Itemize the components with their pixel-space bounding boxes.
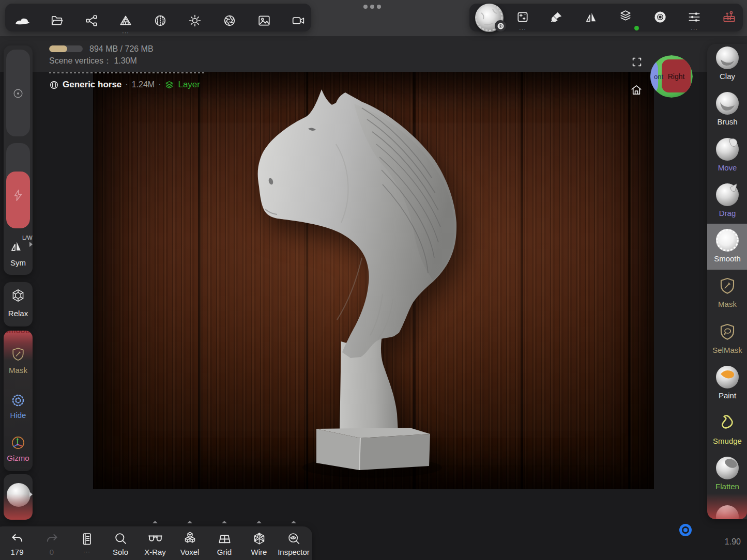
grid-icon[interactable] bbox=[217, 532, 232, 546]
tool-drag-label[interactable]: Drag bbox=[719, 209, 736, 217]
tool-move-label[interactable]: Move bbox=[718, 163, 737, 172]
interface-sliders-icon[interactable] bbox=[687, 10, 702, 24]
grid-label[interactable]: Grid bbox=[217, 548, 232, 556]
camera-icon[interactable] bbox=[291, 13, 306, 28]
mask-shield-icon[interactable] bbox=[11, 347, 25, 363]
brush-gear-badge-icon[interactable] bbox=[495, 20, 506, 32]
object-list-separator bbox=[49, 72, 204, 73]
object-vertex-count: 1.24M bbox=[132, 80, 155, 89]
voxel-caret[interactable] bbox=[187, 521, 192, 523]
relax-shortcut[interactable]: Relax bbox=[4, 282, 33, 326]
sym-expand-arrow[interactable] bbox=[29, 242, 33, 247]
sliders-more-indicator: ··· bbox=[687, 26, 702, 32]
tool-drag[interactable] bbox=[716, 183, 739, 206]
sculpt-viewport[interactable] bbox=[93, 72, 654, 489]
tool-clay[interactable] bbox=[716, 46, 739, 69]
tool-flatten-label[interactable]: Flatten bbox=[715, 482, 739, 491]
xray-caret[interactable] bbox=[153, 521, 158, 523]
inspector-caret[interactable] bbox=[291, 521, 296, 523]
layer-icon bbox=[164, 80, 174, 90]
xray-label[interactable]: X-Ray bbox=[144, 548, 166, 556]
brush-preview-sphere-button[interactable] bbox=[475, 4, 504, 32]
undo-count: 179 bbox=[10, 548, 23, 556]
left-slider-panel: L/W Sym bbox=[4, 45, 33, 275]
tool-smudge-label[interactable]: Smudge bbox=[713, 437, 742, 445]
painting-brush-icon[interactable] bbox=[550, 10, 564, 24]
grid-caret[interactable] bbox=[222, 521, 227, 523]
wireframe-hexagon-icon[interactable] bbox=[252, 531, 266, 546]
voxel-cubes-icon[interactable] bbox=[182, 531, 197, 546]
zoom-level-display: 1.90 bbox=[716, 537, 741, 547]
gizmo-shortcut-label: Gizmo bbox=[7, 454, 29, 462]
undo-icon[interactable] bbox=[10, 532, 24, 547]
solo-label[interactable]: Solo bbox=[113, 548, 128, 556]
orientation-nav-sphere[interactable]: ont Right bbox=[650, 55, 693, 98]
scene-vertices-label: Scene vertices： bbox=[49, 56, 112, 65]
settings-gear-icon[interactable] bbox=[653, 10, 667, 24]
tool-brush-label[interactable]: Brush bbox=[717, 117, 737, 126]
tool-brush[interactable] bbox=[716, 92, 739, 115]
meta-sep: · bbox=[125, 80, 128, 89]
tool-smooth-label[interactable]: Smooth bbox=[714, 254, 741, 263]
redo-count: 0 bbox=[50, 548, 54, 556]
radius-slider[interactable] bbox=[6, 50, 30, 136]
stroke-settings-icon[interactable] bbox=[515, 10, 530, 24]
tool-smudge[interactable] bbox=[718, 412, 737, 432]
redo-icon[interactable] bbox=[44, 532, 59, 547]
tool-paint-label[interactable]: Paint bbox=[719, 391, 736, 400]
tool-paint[interactable] bbox=[716, 366, 739, 388]
wire-label[interactable]: Wire bbox=[251, 548, 267, 556]
postprocess-aperture-icon[interactable] bbox=[222, 13, 237, 28]
scene-graph-icon[interactable] bbox=[84, 13, 99, 28]
lightning-bolt-icon bbox=[12, 189, 24, 202]
material-expand-arrow[interactable] bbox=[29, 492, 33, 497]
smooth-shortcut-clipped[interactable]: Smooth bbox=[4, 331, 33, 335]
layers-icon[interactable] bbox=[618, 9, 633, 23]
material-sphere-icon[interactable] bbox=[153, 13, 167, 28]
sym-label: Sym bbox=[10, 258, 26, 267]
inspector-label[interactable]: Inspector bbox=[278, 548, 310, 556]
gizmo-axes-icon[interactable] bbox=[11, 435, 25, 450]
history-more-indicator: ··· bbox=[80, 549, 94, 555]
meta-sep: · bbox=[158, 80, 161, 89]
tool-mask[interactable] bbox=[719, 277, 736, 296]
object-row[interactable]: Generic horse · 1.24M · Layer bbox=[49, 79, 200, 91]
tool-selmask[interactable] bbox=[719, 323, 736, 342]
lighting-sun-icon[interactable] bbox=[188, 13, 202, 28]
fullscreen-icon[interactable] bbox=[631, 56, 643, 68]
home-view-icon[interactable] bbox=[629, 83, 644, 97]
hide-dotted-icon[interactable] bbox=[10, 393, 26, 408]
solo-magnifier-icon[interactable] bbox=[113, 531, 128, 546]
symmetry-mirror-icon[interactable] bbox=[584, 10, 598, 24]
layers-active-badge bbox=[634, 26, 639, 30]
voxel-label[interactable]: Voxel bbox=[180, 548, 200, 556]
intensity-slider[interactable] bbox=[6, 143, 30, 228]
hide-shortcut-label: Hide bbox=[10, 411, 26, 419]
inspector-eye-magnifier-icon[interactable] bbox=[286, 531, 301, 546]
nomad-logo-icon[interactable] bbox=[13, 14, 31, 28]
history-notebook-icon[interactable] bbox=[80, 532, 94, 547]
background-image-icon[interactable] bbox=[257, 13, 271, 28]
files-folder-icon[interactable] bbox=[50, 13, 64, 28]
snap-cursor-indicator[interactable] bbox=[679, 524, 692, 536]
tool-flatten[interactable] bbox=[716, 457, 739, 479]
top-left-toolbar: ··· bbox=[5, 4, 311, 32]
tool-mask-label[interactable]: Mask bbox=[718, 300, 737, 308]
right-tool-list: Clay Brush Move Drag Smooth Mask SelMask… bbox=[707, 44, 747, 519]
right-list-scroll-glow bbox=[707, 493, 747, 519]
tool-smooth[interactable] bbox=[716, 229, 739, 252]
tool-move[interactable] bbox=[716, 138, 739, 161]
material-preview-panel[interactable] bbox=[4, 474, 33, 520]
xray-glasses-icon[interactable] bbox=[147, 532, 163, 546]
tool-selmask-label[interactable]: SelMask bbox=[712, 346, 742, 354]
symmetry-toggle-icon[interactable] bbox=[8, 238, 24, 254]
relax-label: Relax bbox=[8, 309, 28, 318]
object-sphere-icon bbox=[49, 80, 59, 90]
debug-toolbox-icon[interactable] bbox=[722, 9, 736, 24]
nav-right-label: Right bbox=[668, 72, 685, 81]
stroke-more-indicator: ··· bbox=[515, 26, 530, 32]
tool-clay-label[interactable]: Clay bbox=[720, 72, 735, 81]
wire-caret[interactable] bbox=[256, 521, 262, 523]
mask-shortcut-label: Mask bbox=[9, 366, 27, 375]
topology-pyramid-icon[interactable] bbox=[118, 13, 133, 28]
